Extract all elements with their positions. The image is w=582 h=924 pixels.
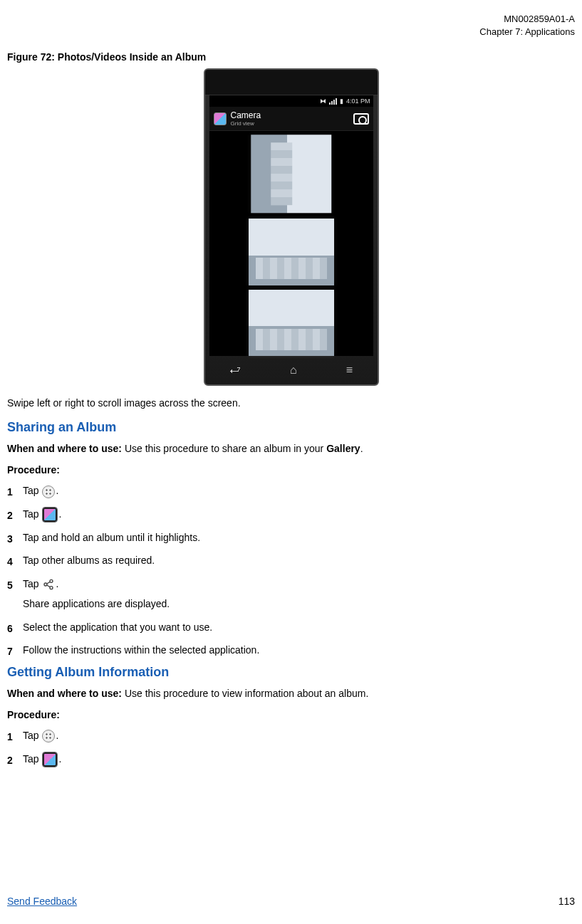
home-icon: ⌂: [290, 364, 297, 377]
procedure-steps-info: Tap . Tap .: [7, 728, 575, 767]
gallery-icon: [42, 507, 58, 523]
step-text: Tap: [23, 753, 41, 765]
gallery-icon: [214, 112, 227, 125]
step-text: .: [58, 753, 61, 765]
step-text: Tap: [23, 578, 41, 589]
step-text: Tap: [23, 508, 41, 520]
photo-thumbnail: [249, 219, 334, 285]
step-text: .: [58, 508, 61, 520]
step-3: Tap and hold an album until it highlight…: [23, 530, 575, 545]
when-where-info: When and where to use: Use this procedur…: [7, 687, 575, 700]
doc-id: MN002859A01-A: [7, 13, 575, 26]
send-feedback-link[interactable]: Send Feedback: [7, 896, 77, 907]
page-number: 113: [558, 896, 575, 907]
share-icon: [42, 579, 55, 590]
svg-point-0: [50, 579, 53, 582]
bluetooth-icon: ⧓: [320, 98, 326, 105]
step-6: Select the application that you want to …: [23, 619, 575, 635]
step-5-sub: Share applications are displayed.: [23, 596, 575, 611]
procedure-steps-sharing: Tap . Tap . Tap and hold an album until …: [7, 483, 575, 658]
signal-icon: [329, 98, 337, 105]
app-subtitle: Grid view: [231, 120, 261, 127]
phone-screen: ⧓ ▮ 4:01 PM Camera Grid view: [209, 95, 373, 356]
photo-thumbnail: [251, 135, 331, 214]
phone-nav-bar: ⮐ ⌂ ≡: [205, 356, 378, 384]
status-bar: ⧓ ▮ 4:01 PM: [209, 95, 373, 107]
thumbnail-strip: [209, 131, 373, 356]
step-5: Tap . Share applications are displayed.: [23, 576, 575, 612]
apps-icon: [42, 730, 55, 742]
photo-thumbnail: [249, 290, 334, 357]
section-title-info: Getting Album Information: [7, 665, 575, 680]
camera-icon: [353, 113, 369, 125]
svg-point-1: [44, 583, 47, 586]
procedure-label: Procedure:: [7, 464, 575, 476]
status-time: 4:01 PM: [346, 98, 370, 105]
chapter: Chapter 7: Applications: [7, 26, 575, 38]
step-2: Tap .: [23, 751, 575, 767]
step-text: .: [56, 578, 58, 589]
procedure-label: Procedure:: [7, 709, 575, 720]
when-bold: Gallery: [326, 443, 360, 454]
when-text: Use this procedure to view information a…: [122, 688, 368, 699]
step-2: Tap .: [23, 506, 575, 523]
when-label: When and where to use:: [7, 443, 122, 454]
page-header: MN002859A01-A Chapter 7: Applications: [7, 13, 575, 38]
swipe-instruction: Swipe left or right to scroll images acr…: [7, 397, 575, 409]
step-4: Tap other albums as required.: [23, 552, 575, 568]
battery-icon: ▮: [340, 98, 343, 105]
figure-image: ⧓ ▮ 4:01 PM Camera Grid view: [7, 68, 575, 386]
svg-point-2: [50, 587, 53, 589]
step-7: Follow the instructions within the selec…: [23, 642, 575, 658]
step-1: Tap .: [23, 483, 575, 498]
app-title: Camera: [231, 111, 261, 120]
step-text: .: [56, 485, 58, 496]
when-tail: .: [360, 443, 363, 454]
back-icon: ⮐: [229, 364, 241, 377]
figure-caption: Figure 72: Photos/Videos Inside an Album: [7, 51, 575, 63]
when-where-sharing: When and where to use: Use this procedur…: [7, 442, 575, 456]
step-1: Tap .: [23, 728, 575, 743]
section-title-sharing: Sharing an Album: [7, 420, 575, 435]
phone-bezel-top: [205, 70, 378, 95]
app-bar: Camera Grid view: [209, 107, 373, 131]
step-text: Tap: [23, 485, 41, 496]
step-text: Tap: [23, 730, 41, 741]
when-label: When and where to use:: [7, 688, 122, 699]
phone-mockup: ⧓ ▮ 4:01 PM Camera Grid view: [204, 68, 379, 386]
gallery-icon: [42, 752, 58, 767]
apps-icon: [42, 485, 55, 498]
recents-icon: ≡: [346, 364, 353, 377]
step-text: .: [56, 730, 58, 741]
when-text: Use this procedure to share an album in …: [122, 443, 326, 454]
